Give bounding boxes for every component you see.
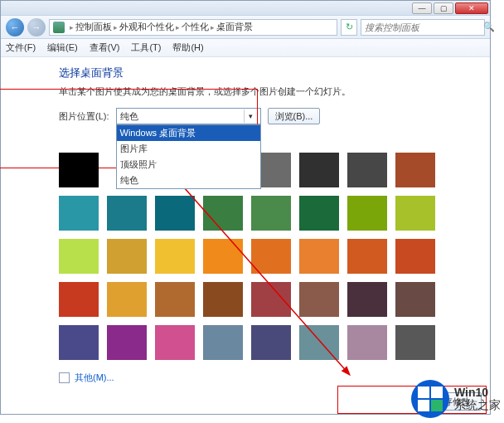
watermark-text: Win10 系统之家: [454, 387, 501, 412]
dropdown-item-pictures[interactable]: 图片库: [117, 141, 260, 157]
chevron-down-icon: ▾: [244, 109, 257, 123]
color-swatch[interactable]: [299, 153, 339, 187]
location-select-value: 纯色: [120, 110, 138, 123]
color-swatch[interactable]: [251, 196, 291, 231]
search-box[interactable]: 🔍: [361, 19, 485, 36]
titlebar: — ▢ ✕: [1, 1, 490, 16]
color-swatch[interactable]: [347, 153, 387, 187]
breadcrumb-sep: ▸: [70, 23, 74, 32]
color-swatch[interactable]: [107, 196, 147, 231]
browse-button[interactable]: 浏览(B)...: [268, 108, 321, 124]
content: 选择桌面背景 单击某个图片使其成为您的桌面背景，或选择多个图片创建一个幻灯片。 …: [1, 57, 490, 394]
others-link[interactable]: 其他(M)...: [75, 372, 114, 384]
location-select-wrap: 纯色 ▾ Windows 桌面背景 图片库 顶级照片 纯色: [116, 108, 261, 124]
color-swatch[interactable]: [203, 239, 243, 274]
dropdown-item-top-photos[interactable]: 顶级照片: [117, 157, 260, 173]
menu-help[interactable]: 帮助(H): [172, 41, 203, 54]
breadcrumb-seg[interactable]: 控制面板: [75, 21, 112, 33]
menu-edit[interactable]: 编辑(E): [47, 41, 78, 54]
location-select[interactable]: 纯色 ▾: [116, 108, 261, 124]
color-swatch[interactable]: [59, 282, 99, 317]
color-swatch[interactable]: [347, 196, 387, 231]
dropdown-item-solid[interactable]: 纯色: [117, 173, 260, 188]
color-swatch[interactable]: [395, 282, 435, 317]
breadcrumb-seg[interactable]: 桌面背景: [216, 21, 253, 33]
color-swatch[interactable]: [59, 325, 99, 360]
color-swatch[interactable]: [395, 239, 435, 274]
color-swatch[interactable]: [299, 196, 339, 231]
color-swatch[interactable]: [347, 282, 387, 317]
others-checkbox[interactable]: [59, 372, 70, 383]
color-swatch[interactable]: [59, 196, 99, 231]
back-button[interactable]: ←: [6, 18, 24, 36]
breadcrumb-sep: ▸: [114, 23, 118, 32]
watermark-logo: [411, 380, 449, 418]
search-input[interactable]: [365, 22, 480, 32]
breadcrumb-seg[interactable]: 个性化: [182, 21, 209, 33]
breadcrumb-sep: ▸: [211, 23, 215, 32]
color-swatch[interactable]: [299, 325, 339, 360]
color-swatch[interactable]: [395, 196, 435, 231]
color-swatch[interactable]: [251, 282, 291, 317]
page-title: 选择桌面背景: [59, 66, 475, 80]
location-dropdown: Windows 桌面背景 图片库 顶级照片 纯色: [116, 124, 261, 189]
menu-file[interactable]: 文件(F): [6, 41, 36, 54]
color-swatch[interactable]: [347, 239, 387, 274]
color-swatch[interactable]: [203, 196, 243, 231]
navbar: ← → ▸ 控制面板 ▸ 外观和个性化 ▸ 个性化 ▸ 桌面背景 ↻ 🔍: [1, 16, 490, 39]
color-swatch[interactable]: [203, 282, 243, 317]
breadcrumb[interactable]: ▸ 控制面板 ▸ 外观和个性化 ▸ 个性化 ▸ 桌面背景: [49, 19, 337, 36]
maximize-button[interactable]: ▢: [434, 2, 453, 14]
color-swatch[interactable]: [155, 196, 195, 231]
dropdown-item-windows-bg[interactable]: Windows 桌面背景: [117, 125, 260, 141]
color-swatch[interactable]: [203, 325, 243, 360]
color-swatch[interactable]: [107, 282, 147, 317]
color-swatch[interactable]: [155, 282, 195, 317]
menu-tools[interactable]: 工具(T): [131, 41, 161, 54]
location-label: 图片位置(L):: [59, 110, 109, 123]
color-swatch[interactable]: [59, 153, 99, 187]
color-swatch[interactable]: [251, 239, 291, 274]
minimize-button[interactable]: —: [412, 2, 432, 14]
window: — ▢ ✕ ← → ▸ 控制面板 ▸ 外观和个性化 ▸ 个性化 ▸ 桌面背景 ↻…: [0, 0, 491, 415]
color-swatch[interactable]: [107, 239, 147, 274]
breadcrumb-sep: ▸: [176, 23, 180, 32]
menu-view[interactable]: 查看(V): [90, 41, 120, 54]
color-swatch[interactable]: [59, 239, 99, 274]
color-swatch[interactable]: [299, 239, 339, 274]
watermark: Win10 系统之家: [411, 380, 501, 418]
close-button[interactable]: ✕: [455, 2, 488, 14]
search-icon: 🔍: [483, 22, 495, 32]
color-swatch[interactable]: [155, 325, 195, 360]
forward-button[interactable]: →: [27, 18, 46, 36]
color-swatch[interactable]: [251, 325, 291, 360]
menubar: 文件(F) 编辑(E) 查看(V) 工具(T) 帮助(H): [1, 39, 490, 57]
refresh-button[interactable]: ↻: [341, 19, 357, 36]
color-swatch[interactable]: [299, 282, 339, 317]
breadcrumb-seg[interactable]: 外观和个性化: [119, 21, 174, 33]
color-swatch[interactable]: [395, 325, 435, 360]
color-swatch[interactable]: [107, 325, 147, 360]
color-swatch[interactable]: [347, 325, 387, 360]
page-subtitle: 单击某个图片使其成为您的桌面背景，或选择多个图片创建一个幻灯片。: [59, 85, 475, 98]
color-swatch[interactable]: [395, 153, 435, 187]
location-row: 图片位置(L): 纯色 ▾ Windows 桌面背景 图片库 顶级照片 纯色 浏…: [59, 108, 475, 124]
breadcrumb-icon: [53, 22, 65, 33]
color-swatch[interactable]: [155, 239, 195, 274]
